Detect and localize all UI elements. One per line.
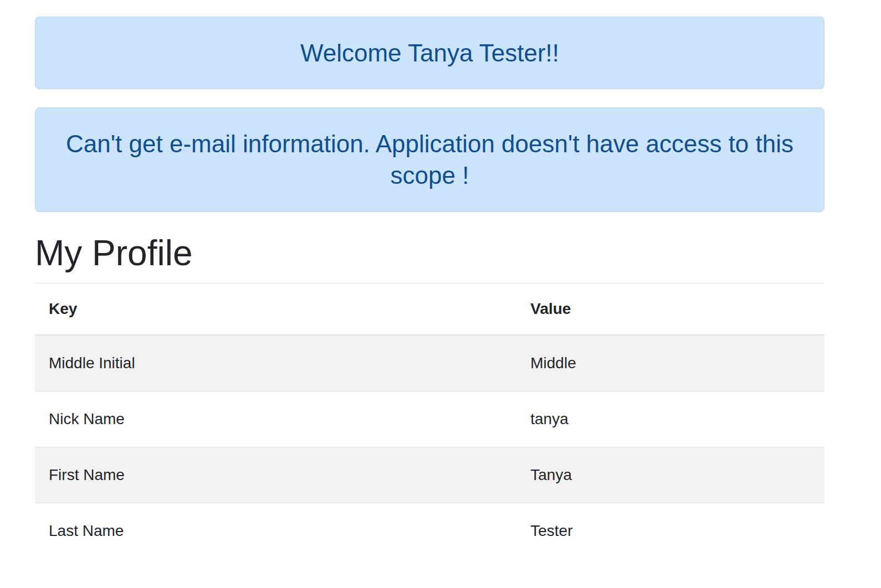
profile-value-cell: Tester: [516, 503, 824, 559]
header-row: Key Value: [35, 283, 824, 336]
table-row: Last Name Tester: [35, 503, 824, 559]
profile-key-cell: First Name: [35, 447, 516, 503]
profile-key-cell: Nick Name: [35, 391, 516, 447]
profile-key-cell: Last Name: [35, 503, 516, 559]
welcome-banner: Welcome Tanya Tester!!: [35, 17, 824, 89]
profile-key-cell: Middle Initial: [35, 335, 516, 391]
profile-value-cell: Tanya: [516, 447, 824, 503]
profile-table-body: Middle Initial Middle Nick Name tanya Fi…: [35, 335, 824, 559]
email-scope-warning-banner: Can't get e-mail information. Applicatio…: [35, 107, 824, 212]
column-header-key: Key: [35, 283, 516, 336]
page-title: My Profile: [35, 232, 824, 275]
profile-table: Key Value Middle Initial Middle Nick Nam…: [35, 283, 824, 559]
profile-value-cell: tanya: [516, 391, 824, 447]
column-header-value: Value: [516, 283, 824, 336]
profile-table-header: Key Value: [35, 283, 824, 336]
table-row: First Name Tanya: [35, 447, 824, 503]
profile-value-cell: Middle: [516, 335, 824, 391]
table-row: Middle Initial Middle: [35, 335, 824, 391]
table-row: Nick Name tanya: [35, 391, 824, 447]
page-container: Welcome Tanya Tester!! Can't get e-mail …: [35, 0, 824, 559]
